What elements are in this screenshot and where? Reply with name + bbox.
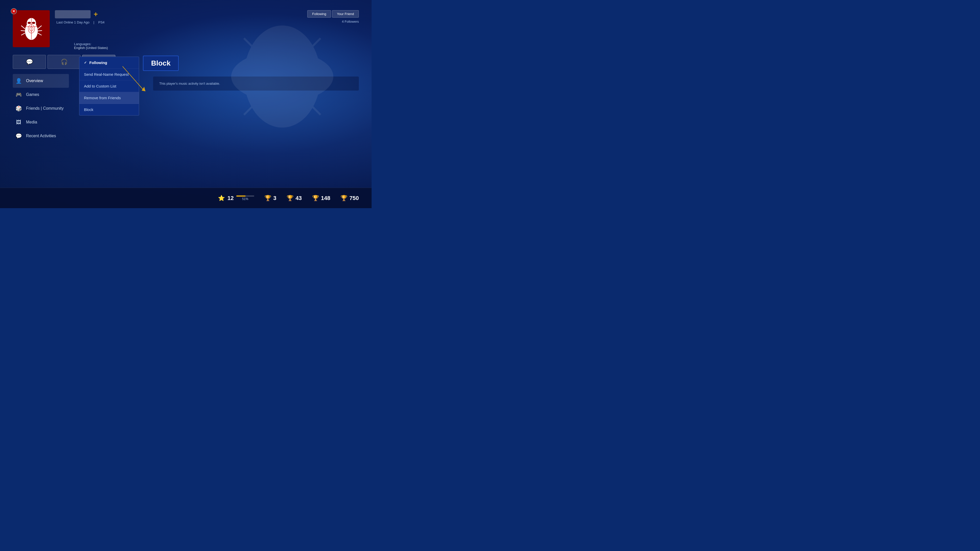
svg-line-9 bbox=[21, 30, 25, 31]
chat-icon: 💬 bbox=[26, 59, 33, 65]
action-buttons-row: Following Your Friend bbox=[307, 10, 359, 17]
bronze-value: 750 bbox=[349, 195, 359, 202]
following-button[interactable]: Following bbox=[307, 10, 331, 17]
level-value: 12 bbox=[228, 195, 234, 202]
dropdown-label-removefriend: Remove from Friends bbox=[84, 96, 121, 100]
silver-stat: 🏆 148 bbox=[312, 195, 331, 202]
level-progress: 51% bbox=[236, 195, 254, 201]
chat-button[interactable]: 💬 bbox=[13, 55, 46, 69]
dropdown-label-realname: Send Real-Name Request bbox=[84, 72, 129, 76]
dropdown-item-following[interactable]: ✓ Following bbox=[80, 57, 139, 68]
dropdown-item-customlist[interactable]: Add to Custom List bbox=[80, 80, 139, 92]
block-tooltip: Block bbox=[143, 56, 179, 71]
psplus-icon: + bbox=[94, 10, 98, 18]
dropdown-item-block[interactable]: Block bbox=[80, 104, 139, 115]
sidebar-item-activities[interactable]: 💬 Recent Activities bbox=[13, 129, 69, 143]
sidebar-label-friends: Friends | Community bbox=[26, 106, 64, 111]
platinum-icon: 🏆 bbox=[264, 195, 271, 202]
gold-stat: 🏆 43 bbox=[286, 195, 302, 202]
languages-value: English (United States) bbox=[74, 46, 108, 50]
headset-button[interactable]: 🎧 bbox=[48, 55, 81, 69]
svg-line-13 bbox=[38, 33, 41, 35]
your-friend-button[interactable]: Your Friend bbox=[332, 10, 359, 17]
profile-actions-right: Following Your Friend 4 Followers bbox=[307, 10, 359, 24]
media-icon: 🖼 bbox=[15, 118, 22, 126]
dropdown-label-customlist: Add to Custom List bbox=[84, 84, 116, 88]
profile-header: ✕ bbox=[13, 10, 359, 47]
activities-icon: 💬 bbox=[15, 132, 22, 140]
platinum-value: 3 bbox=[273, 195, 277, 202]
svg-line-8 bbox=[21, 25, 25, 29]
dropdown-item-removefriend[interactable]: Remove from Friends bbox=[80, 92, 139, 104]
close-badge: ✕ bbox=[11, 8, 17, 14]
platinum-stat: 🏆 3 bbox=[264, 195, 277, 202]
svg-line-11 bbox=[38, 25, 41, 29]
sidebar-label-games: Games bbox=[26, 92, 39, 97]
svg-line-10 bbox=[21, 33, 25, 35]
svg-point-15 bbox=[32, 22, 35, 24]
sidebar-label-media: Media bbox=[26, 120, 37, 124]
avatar-container: ✕ bbox=[13, 10, 50, 47]
languages-info: Languages: English (United States) bbox=[74, 42, 108, 50]
dropdown-label-block: Block bbox=[84, 107, 94, 112]
silver-value: 148 bbox=[321, 195, 331, 202]
followers-count: 4 Followers bbox=[342, 20, 359, 24]
block-label: Block bbox=[151, 59, 170, 67]
games-icon: 🎮 bbox=[15, 91, 22, 98]
main-content: ✕ bbox=[0, 0, 372, 84]
progress-bar-container bbox=[236, 195, 254, 197]
level-stat: ⭐ 12 51% bbox=[218, 195, 254, 202]
nav-buttons: 💬 🎧 ··· bbox=[13, 55, 359, 69]
block-box: Block bbox=[143, 56, 179, 71]
silver-icon: 🏆 bbox=[312, 195, 319, 202]
sidebar-item-friends[interactable]: 🎲 Friends | Community bbox=[13, 102, 69, 115]
languages-label: Languages: bbox=[74, 42, 91, 46]
progress-pct: 51% bbox=[236, 197, 254, 201]
gold-value: 43 bbox=[296, 195, 302, 202]
avatar bbox=[13, 10, 50, 47]
progress-bar-fill bbox=[236, 195, 245, 197]
gold-icon: 🏆 bbox=[286, 195, 293, 202]
username-placeholder bbox=[55, 10, 91, 18]
sidebar-item-media[interactable]: 🖼 Media bbox=[13, 115, 69, 129]
svg-point-14 bbox=[27, 22, 31, 24]
dropdown-item-realname[interactable]: Send Real-Name Request bbox=[80, 68, 139, 80]
bronze-stat: 🏆 750 bbox=[340, 195, 359, 202]
sidebar: 👤 Overview 🎮 Games 🎲 Friends | Community… bbox=[13, 74, 69, 143]
friends-icon: 🎲 bbox=[15, 105, 22, 112]
level-star-icon: ⭐ bbox=[218, 195, 225, 202]
sidebar-item-games[interactable]: 🎮 Games bbox=[13, 88, 69, 102]
headset-icon: 🎧 bbox=[61, 59, 68, 65]
check-icon: ✓ bbox=[84, 61, 87, 65]
svg-line-12 bbox=[38, 30, 42, 31]
dropdown-label-following: Following bbox=[89, 60, 107, 65]
bronze-icon: 🏆 bbox=[340, 195, 347, 202]
dropdown-menu: ✓ Following Send Real-Name Request Add t… bbox=[79, 57, 139, 116]
sidebar-label-activities: Recent Activities bbox=[26, 134, 56, 138]
stats-bar: ⭐ 12 51% 🏆 3 🏆 43 🏆 148 🏆 750 bbox=[0, 188, 372, 208]
